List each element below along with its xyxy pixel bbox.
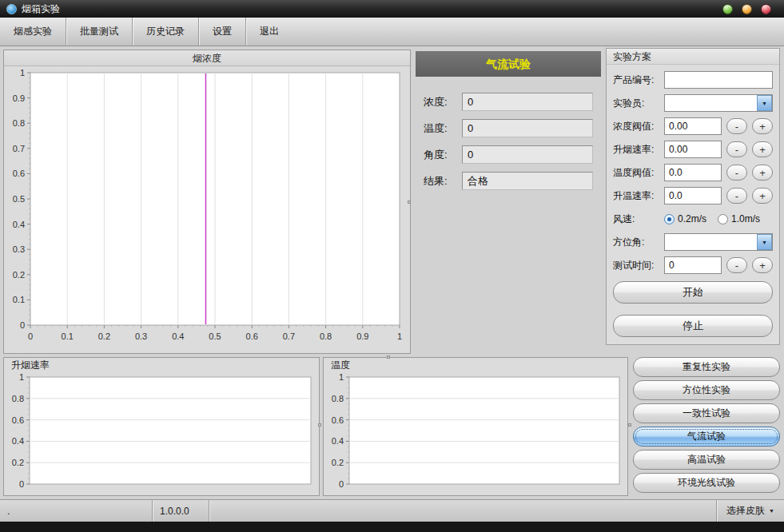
temp-threshold-increment-button[interactable]: + (752, 165, 773, 181)
version-label: 1.0.0.0 (153, 500, 209, 522)
smoke-rise-rate-increment-button[interactable]: + (752, 141, 773, 157)
temp-threshold-row: 温度阀值: - + (613, 164, 773, 181)
maximize-button[interactable] (742, 4, 752, 14)
smoke-rise-rate-input[interactable] (664, 141, 722, 158)
result-readout-row: 结果: 合格 (424, 172, 593, 190)
close-button[interactable] (761, 4, 771, 14)
menu-item-settings[interactable]: 设置 (199, 18, 245, 46)
svg-text:0.1: 0.1 (62, 332, 74, 341)
test-type-button-column: 重复性实验 方位性实验 一致性试验 气流试验 高温试验 环境光线试验 (633, 357, 780, 493)
experiment-plan-title: 实验方案 (607, 49, 779, 65)
splitter-handle[interactable] (628, 423, 631, 427)
density-threshold-input[interactable] (664, 117, 722, 135)
test-time-label: 测试时间: (613, 259, 664, 272)
smoke-rise-rate-row: 升烟速率: - + (613, 141, 773, 158)
test-button-high-temperature[interactable]: 高温试验 (633, 450, 780, 470)
airflow-test-header: 气流试验 (416, 51, 601, 77)
status-bar: . 1.0.0.0 选择皮肤 ▼ (0, 499, 784, 522)
titlebar: 烟箱实验 (0, 0, 784, 18)
svg-text:0.2: 0.2 (98, 332, 110, 341)
start-button[interactable]: 开始 (613, 281, 773, 304)
wind-speed-radio-group: 0.2m/s 1.0m/s (664, 213, 760, 224)
test-button-azimuth[interactable]: 方位性实验 (633, 380, 780, 400)
temperature-chart: 00.20.40.60.81 (325, 372, 626, 492)
stop-button[interactable]: 停止 (613, 315, 773, 337)
azimuth-label: 方位角: (613, 236, 664, 249)
menu-item-batch-test[interactable]: 批量测试 (66, 18, 132, 46)
svg-text:0.6: 0.6 (246, 332, 258, 341)
svg-text:0.8: 0.8 (332, 394, 344, 403)
tester-row: 实验员: ▼ (613, 94, 773, 112)
temperature-chart-title: 温度 (324, 358, 627, 372)
menu-item-exit[interactable]: 退出 (246, 18, 293, 46)
density-threshold-decrement-button[interactable]: - (726, 118, 747, 134)
svg-text:0.4: 0.4 (172, 332, 184, 341)
chevron-down-icon[interactable]: ▼ (757, 95, 772, 111)
svg-text:1: 1 (19, 372, 24, 382)
density-threshold-label: 浓度阀值: (613, 120, 664, 133)
menu-item-history[interactable]: 历史记录 (133, 18, 198, 46)
temp-rise-rate-increment-button[interactable]: + (752, 188, 773, 204)
menu-item-smoke-test[interactable]: 烟感实验 (0, 18, 66, 46)
test-button-ambient-light[interactable]: 环境光线试验 (633, 473, 780, 493)
skin-selector[interactable]: 选择皮肤 ▼ (717, 500, 784, 522)
angle-readout-label: 角度: (424, 148, 462, 162)
svg-text:0.2: 0.2 (12, 458, 24, 467)
window-controls (722, 4, 778, 14)
svg-text:0.5: 0.5 (209, 332, 221, 341)
smoke-rise-rate-decrement-button[interactable]: - (726, 141, 747, 157)
temp-rise-rate-input[interactable] (664, 187, 722, 204)
temp-threshold-input[interactable] (664, 164, 722, 181)
temp-rise-rate-label: 升温速率: (613, 189, 664, 203)
splitter-handle[interactable] (408, 200, 411, 204)
azimuth-combobox[interactable]: ▼ (664, 233, 773, 251)
radio-icon (664, 214, 675, 224)
svg-text:0.8: 0.8 (13, 118, 25, 128)
test-time-increment-button[interactable]: + (752, 257, 773, 273)
smoke-density-chart-title: 烟浓度 (4, 50, 410, 66)
splitter-handle[interactable] (387, 355, 390, 359)
svg-text:0.8: 0.8 (12, 394, 24, 403)
test-time-input[interactable] (664, 256, 722, 274)
svg-text:0.3: 0.3 (135, 332, 147, 341)
svg-text:0.3: 0.3 (13, 244, 25, 254)
density-readout-value: 0 (462, 93, 593, 111)
product-number-input[interactable] (664, 71, 773, 89)
wind-speed-option-02[interactable]: 0.2m/s (664, 213, 706, 224)
chevron-down-icon: ▼ (769, 508, 774, 514)
temp-rise-rate-decrement-button[interactable]: - (726, 188, 747, 204)
angle-readout-value: 0 (462, 145, 593, 164)
wind-speed-option-10-label: 1.0m/s (731, 213, 760, 224)
wind-speed-option-10[interactable]: 1.0m/s (718, 213, 760, 224)
product-number-row: 产品编号: (613, 71, 773, 89)
svg-text:0: 0 (20, 320, 25, 330)
temperature-readout-value: 0 (462, 119, 593, 137)
splitter-handle[interactable] (318, 423, 321, 427)
svg-text:0.6: 0.6 (332, 415, 344, 425)
svg-text:0.9: 0.9 (356, 332, 368, 341)
density-threshold-increment-button[interactable]: + (752, 118, 773, 134)
smoke-rise-rate-label: 升烟速率: (613, 143, 664, 157)
svg-text:0.5: 0.5 (13, 194, 25, 204)
svg-text:1: 1 (20, 68, 25, 77)
svg-text:0: 0 (339, 479, 344, 489)
temp-threshold-decrement-button[interactable]: - (726, 165, 747, 181)
angle-readout-row: 角度: 0 (424, 145, 593, 164)
smoke-rise-rate-chart-title: 升烟速率 (4, 358, 319, 372)
temperature-readout-label: 温度: (424, 121, 462, 136)
test-time-decrement-button[interactable]: - (726, 257, 747, 273)
svg-text:0.4: 0.4 (12, 436, 24, 446)
temperature-readout-row: 温度: 0 (424, 119, 593, 137)
chevron-down-icon[interactable]: ▼ (757, 234, 772, 250)
svg-text:0: 0 (28, 332, 33, 341)
tester-combobox[interactable]: ▼ (664, 94, 773, 112)
menu-bar: 烟感实验 批量测试 历史记录 设置 退出 (0, 18, 784, 46)
minimize-button[interactable] (722, 4, 733, 14)
wind-speed-row: 风速: 0.2m/s 1.0m/s (613, 210, 773, 228)
svg-text:1: 1 (397, 332, 402, 341)
test-button-consistency[interactable]: 一致性试验 (633, 403, 780, 423)
test-button-airflow[interactable]: 气流试验 (633, 427, 780, 447)
test-button-repeatability[interactable]: 重复性实验 (633, 357, 780, 377)
temp-rise-rate-row: 升温速率: - + (613, 187, 773, 204)
svg-text:0: 0 (19, 479, 24, 489)
